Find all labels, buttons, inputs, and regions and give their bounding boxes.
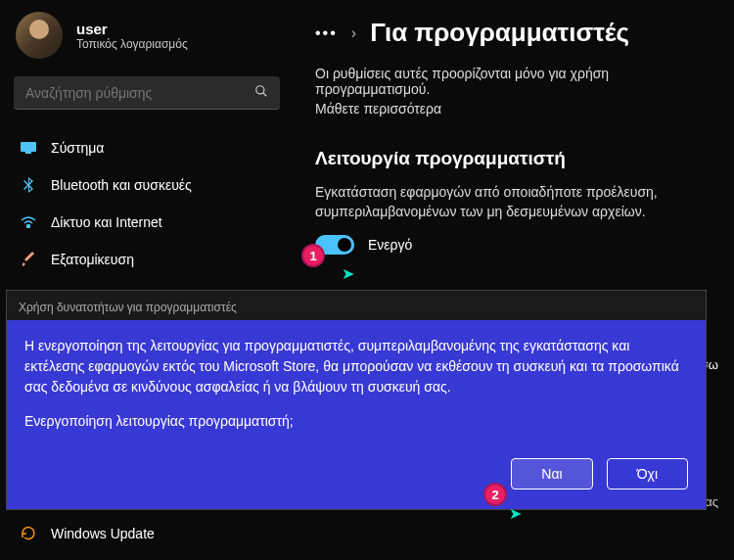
svg-rect-3 bbox=[25, 152, 31, 154]
user-header: user Τοπικός λογαριασμός bbox=[0, 0, 294, 67]
intro-subtitle: Οι ρυθμίσεις αυτές προορίζονται μόνο για… bbox=[315, 66, 722, 97]
chevron-right-icon: › bbox=[351, 24, 356, 42]
sidebar-item-label: Δίκτυο και Internet bbox=[51, 214, 162, 230]
svg-point-0 bbox=[256, 86, 264, 94]
dev-mode-title: Λειτουργία προγραμματιστή bbox=[315, 148, 722, 169]
cursor-icon: ➤ bbox=[342, 264, 354, 283]
annotation-marker-1: 1 bbox=[301, 244, 325, 267]
sidebar: Σύστημα Bluetooth και συσκευές Δίκτυο κα… bbox=[0, 129, 294, 278]
sidebar-item-label: Σύστημα bbox=[51, 140, 104, 156]
page-title: Για προγραμματιστές bbox=[370, 18, 629, 48]
username: user bbox=[76, 21, 188, 37]
breadcrumb-more-icon[interactable]: ••• bbox=[315, 24, 338, 42]
account-type: Τοπικός λογαριασμός bbox=[76, 37, 188, 51]
brush-icon bbox=[20, 251, 37, 268]
svg-line-1 bbox=[263, 93, 267, 97]
system-icon bbox=[20, 139, 37, 157]
dialog-title: Χρήση δυνατοτήτων για προγραμματιστές bbox=[7, 291, 706, 320]
no-button[interactable]: Όχι bbox=[607, 458, 688, 490]
sidebar-item-system[interactable]: Σύστημα bbox=[8, 129, 286, 166]
sidebar-item-personalize[interactable]: Εξατομίκευση bbox=[8, 241, 286, 278]
search-icon bbox=[254, 84, 268, 101]
cursor-icon: ➤ bbox=[509, 504, 522, 523]
learn-more-link[interactable]: Μάθετε περισσότερα bbox=[315, 101, 722, 117]
bluetooth-icon bbox=[20, 176, 37, 194]
confirmation-dialog: Χρήση δυνατοτήτων για προγραμματιστές Η … bbox=[6, 290, 707, 510]
dialog-question: Ενεργοποίηση λειτουργίας προγραμματιστή; bbox=[24, 413, 688, 429]
sidebar-item-label: Εξατομίκευση bbox=[51, 252, 134, 267]
sidebar-item-bluetooth[interactable]: Bluetooth και συσκευές bbox=[8, 166, 286, 204]
annotation-marker-2: 2 bbox=[483, 483, 507, 506]
toggle-knob bbox=[338, 238, 351, 252]
sidebar-item-network[interactable]: Δίκτυο και Internet bbox=[8, 204, 286, 241]
wifi-icon bbox=[20, 213, 37, 231]
search-box[interactable] bbox=[14, 76, 280, 110]
dev-mode-desc: Εγκατάσταση εφαρμογών από οποιαδήποτε πρ… bbox=[315, 183, 722, 221]
dialog-body-text: Η ενεργοποίηση της λειτουργίας για προγρ… bbox=[24, 336, 688, 397]
sidebar-item-label: Bluetooth και συσκευές bbox=[51, 177, 192, 193]
svg-rect-2 bbox=[21, 142, 36, 152]
avatar[interactable] bbox=[16, 12, 63, 59]
toggle-state-label: Ενεργό bbox=[368, 237, 412, 253]
update-icon bbox=[20, 525, 37, 542]
search-input[interactable] bbox=[25, 85, 254, 101]
yes-button[interactable]: Ναι bbox=[511, 458, 592, 490]
sidebar-item-update[interactable]: Windows Update bbox=[8, 515, 286, 552]
breadcrumb: ••• › Για προγραμματιστές bbox=[315, 18, 722, 48]
svg-point-4 bbox=[27, 225, 30, 228]
sidebar-item-label: Windows Update bbox=[51, 526, 155, 541]
